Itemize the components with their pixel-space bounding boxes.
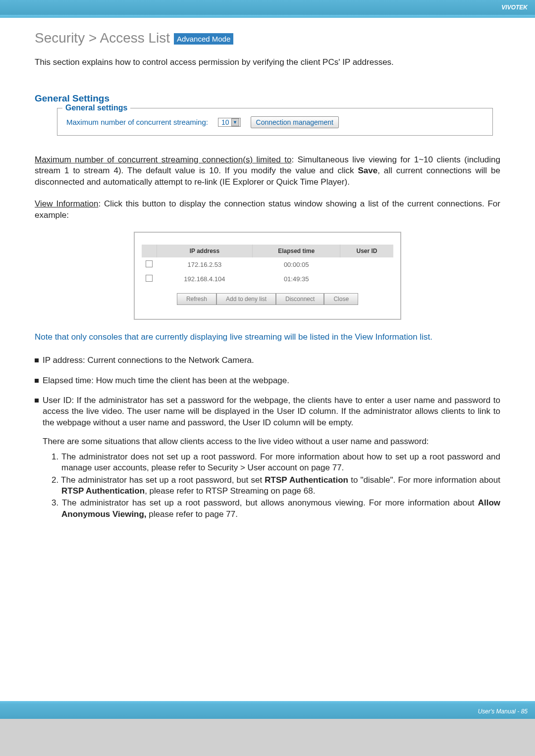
advanced-mode-badge: Advanced Mode [174,33,233,45]
select-value: 10 [221,118,229,126]
cell-user [340,257,394,272]
bullet-elapsed-time: Elapsed time: How much time the client h… [35,375,500,386]
table-row: 192.168.4.104 01:49:35 [142,272,393,286]
row-checkbox-cell [142,272,157,286]
general-settings-fieldset: General settings Maximum number of concu… [57,108,493,136]
numbered-item-1: 1. The administrator does not set up a r… [52,452,500,474]
numbered-list: 1. The administrator does not set up a r… [43,452,500,520]
intro-paragraph: This section explains how to control acc… [35,57,500,68]
footer-bar: User's Manual - 85 [0,704,535,719]
view-information-underline: View Information [35,199,98,208]
bullet-icon [35,358,39,362]
connection-table: IP address Elapsed time User ID 172.16.2… [142,245,393,286]
numbered-item-3: 3. The administrator has set up a root p… [52,498,500,520]
general-settings-heading: General Settings [35,93,500,104]
header-bar: VIVOTEK [0,0,535,15]
row-checkbox[interactable] [146,260,153,267]
col-elapsed-time: Elapsed time [253,245,340,257]
note-paragraph: Note that only consoles that are current… [35,332,500,343]
title-text: Security > Access List [35,30,170,46]
table-row: 172.16.2.53 00:00:05 [142,257,393,272]
row-checkbox-cell [142,257,157,272]
brand-label: VIVOTEK [501,4,528,11]
col-ip-address: IP address [157,245,253,257]
bullet-icon [35,399,39,403]
bullet-icon [35,379,39,383]
bullet-ip-address: IP address: Current connections to the N… [35,355,500,366]
cell-elapsed: 01:49:35 [253,272,340,286]
chevron-down-icon: ▼ [231,118,239,126]
close-button[interactable]: Close [324,293,358,305]
concurrent-streaming-label: Maximum number of concurrent streaming: [66,118,208,126]
situations-intro: There are some situations that allow cli… [43,436,500,447]
col-checkbox [142,245,157,257]
cell-user [340,272,394,286]
cell-elapsed: 00:00:05 [253,257,340,272]
max-connections-underline: Maximum number of concurrent streaming c… [35,155,291,164]
row-checkbox[interactable] [146,275,153,282]
fieldset-content: Maximum number of concurrent streaming: … [66,116,483,128]
concurrent-streaming-select[interactable]: 10 ▼ [218,118,241,127]
fieldset-legend: General settings [62,103,130,112]
view-information-paragraph: View Information: Click this button to d… [35,199,500,221]
connection-management-button[interactable]: Connection management [251,116,339,128]
connection-status-window: IP address Elapsed time User ID 172.16.2… [134,232,401,320]
add-to-deny-list-button[interactable]: Add to deny list [216,293,276,305]
table-button-row: Refresh Add to deny list Disconnect Clos… [142,293,393,305]
footer-page-label: User's Manual - 85 [478,708,528,715]
page-content: Security > Access List Advanced Mode Thi… [0,18,535,701]
disconnect-button[interactable]: Disconnect [276,293,324,305]
cell-ip: 172.16.2.53 [157,257,253,272]
max-connections-paragraph: Maximum number of concurrent streaming c… [35,154,500,188]
page-title: Security > Access List Advanced Mode [35,30,500,46]
bullet-user-id: User ID: If the administrator has set a … [35,395,500,521]
refresh-button[interactable]: Refresh [177,293,216,305]
cell-ip: 192.168.4.104 [157,272,253,286]
col-user-id: User ID [340,245,394,257]
bullet-user-id-content: User ID: If the administrator has set a … [43,395,500,521]
numbered-item-2: 2. The administrator has set up a root p… [52,475,500,497]
